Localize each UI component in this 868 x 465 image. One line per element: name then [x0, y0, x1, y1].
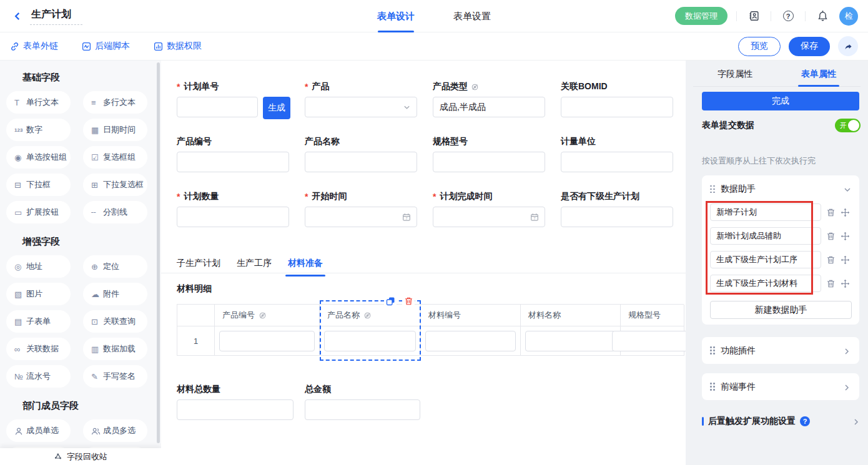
field-pill-subform[interactable]: ▤子表单 — [6, 310, 71, 333]
field-bom-id[interactable]: 关联BOMID — [561, 81, 673, 117]
field-pill-extend-button[interactable]: ▭扩展按钮 — [6, 201, 71, 223]
total-amount-input[interactable] — [305, 399, 420, 420]
cell-spec-model-input[interactable] — [612, 331, 686, 351]
field-product-code[interactable]: 产品编号 — [177, 136, 289, 172]
product-code-input[interactable] — [177, 152, 289, 172]
material-total-qty-input[interactable] — [177, 399, 293, 420]
done-button[interactable]: 完成 — [702, 92, 859, 110]
col-spec-model[interactable]: 规格型号 — [621, 305, 684, 326]
field-plan-no[interactable]: *计划单号 生成 — [177, 81, 289, 117]
field-pill-datetime[interactable]: ▦日期时间 — [83, 119, 147, 141]
copy-column-icon[interactable] — [384, 295, 397, 307]
field-pill-serial-number[interactable]: №流水号 — [6, 365, 71, 388]
field-total-amount[interactable]: 总金额 — [305, 384, 420, 420]
tab-form-design[interactable]: 表单设计 — [377, 0, 415, 32]
field-pill-member-multi[interactable]: 成员多选 — [83, 419, 147, 442]
move-icon[interactable] — [840, 231, 850, 241]
plan-no-input[interactable] — [177, 97, 258, 117]
notification-bell-icon[interactable] — [814, 8, 831, 24]
field-pill-attachment[interactable]: ☁附件 — [83, 283, 147, 305]
field-material-total-qty[interactable]: 材料总数量 — [177, 384, 293, 420]
field-pill-checkbox-group[interactable]: ☑复选框组 — [83, 146, 147, 169]
field-start-time[interactable]: *开始时间 — [305, 191, 417, 227]
backend-script-link[interactable]: 后端脚本 — [82, 41, 130, 52]
field-pill-member-single[interactable]: 成员单选 — [6, 419, 71, 442]
delete-icon[interactable] — [826, 231, 836, 241]
tab-material-preparation[interactable]: 材料准备 — [288, 258, 323, 277]
field-pill-single-line-text[interactable]: T单行文本 — [6, 91, 71, 114]
move-icon[interactable] — [840, 207, 850, 217]
assistant-item-button[interactable]: 生成下级生产计划工序 — [710, 251, 821, 268]
field-pill-multi-line-text[interactable]: ≡多行文本 — [83, 91, 147, 114]
frontend-event-section[interactable]: 前端事件 — [702, 373, 859, 400]
field-has-sub-plan[interactable]: 是否有下级生产计划 — [561, 191, 673, 227]
col-product-code[interactable]: 产品编号 — [215, 305, 320, 326]
data-permission-link[interactable]: 数据权限 — [154, 41, 202, 52]
move-icon[interactable] — [840, 278, 850, 288]
assistant-item-button[interactable]: 生成下级生产计划材料 — [710, 275, 821, 292]
field-unit[interactable]: 计量单位 — [561, 136, 673, 172]
drag-handle-icon[interactable] — [710, 383, 715, 391]
save-button[interactable]: 保存 — [789, 37, 830, 56]
field-product-name[interactable]: 产品名称 — [305, 136, 417, 172]
cell-material-name-input[interactable] — [525, 331, 616, 351]
user-avatar[interactable]: 检 — [839, 7, 858, 26]
tab-sub-production-plan[interactable]: 子生产计划 — [177, 258, 220, 277]
col-material-code[interactable]: 材料编号 — [421, 305, 521, 326]
field-pill-dropdown[interactable]: ⊟下拉框 — [6, 174, 71, 196]
tab-form-settings[interactable]: 表单设置 — [453, 0, 491, 32]
sidebar-scrollbar[interactable] — [157, 62, 160, 443]
function-plugin-section[interactable]: 功能插件 — [702, 337, 859, 364]
delete-icon[interactable] — [826, 207, 836, 217]
unit-input[interactable] — [561, 152, 673, 172]
field-pill-image[interactable]: ▧图片 — [6, 283, 71, 305]
move-icon[interactable] — [840, 255, 850, 265]
contacts-icon[interactable] — [746, 8, 762, 24]
field-finish-time[interactable]: *计划完成时间 — [433, 191, 545, 227]
cell-product-name-input[interactable] — [324, 331, 416, 351]
tab-production-process[interactable]: 生产工序 — [237, 258, 272, 277]
form-external-link[interactable]: 表单外链 — [10, 41, 58, 52]
chevron-down-icon[interactable] — [843, 184, 852, 194]
field-pill-linked-query[interactable]: ⊡关联查询 — [83, 310, 147, 333]
new-data-assistant-button[interactable]: 新建数据助手 — [710, 301, 852, 319]
delete-icon[interactable] — [826, 255, 836, 265]
preview-button[interactable]: 预览 — [738, 37, 781, 56]
assistant-item-button[interactable]: 新增计划成品辅助 — [710, 227, 821, 245]
drag-handle-icon[interactable] — [710, 346, 715, 355]
finish-time-input[interactable] — [433, 207, 545, 227]
question-help-icon[interactable]: ? — [800, 416, 810, 426]
field-product-type[interactable]: 产品类型 成品,半成品 — [433, 81, 545, 117]
share-button[interactable] — [838, 36, 858, 56]
field-pill-location[interactable]: ⊕定位 — [83, 255, 147, 278]
field-spec-model[interactable]: 规格型号 — [433, 136, 545, 172]
col-material-name[interactable]: 材料名称 — [521, 305, 621, 326]
drag-handle-icon[interactable] — [710, 185, 715, 193]
field-pill-linked-data[interactable]: ∞关联数据 — [6, 338, 71, 360]
field-pill-divider[interactable]: ╌分割线 — [83, 201, 147, 223]
plan-qty-input[interactable] — [177, 207, 289, 227]
field-recycle-bin[interactable]: 字段回收站 — [0, 448, 161, 465]
field-pill-dropdown-multi[interactable]: ⊞下拉复选框 — [83, 174, 147, 196]
cell-material-code-input[interactable] — [425, 331, 516, 351]
page-title[interactable]: 生产计划 — [30, 7, 82, 25]
field-product[interactable]: *产品 — [305, 81, 417, 117]
tab-field-properties[interactable]: 字段属性 — [693, 61, 777, 86]
generate-button[interactable]: 生成 — [263, 97, 290, 119]
field-pill-radio-group[interactable]: ◉单选按钮组 — [6, 146, 71, 169]
field-pill-data-load[interactable]: ▥数据加载 — [83, 338, 147, 360]
product-select[interactable] — [305, 97, 417, 117]
delete-column-icon[interactable] — [402, 295, 415, 307]
cell-product-code-input[interactable] — [219, 331, 315, 351]
tab-form-properties[interactable]: 表单属性 — [777, 61, 861, 86]
col-product-name[interactable]: 产品名称 — [320, 305, 421, 326]
back-button[interactable] — [10, 9, 25, 24]
post-trigger-settings[interactable]: 后置触发扩展功能设置 ? — [702, 416, 861, 427]
data-manage-button[interactable]: 数据管理 — [675, 7, 727, 25]
product-type-input[interactable]: 成品,半成品 — [433, 97, 545, 117]
assistant-item-button[interactable]: 新增子计划 — [710, 203, 821, 221]
has-sub-plan-input[interactable] — [561, 207, 673, 227]
spec-model-input[interactable] — [433, 152, 545, 172]
field-pill-address[interactable]: ◎地址 — [6, 255, 71, 278]
bom-id-input[interactable] — [561, 97, 673, 117]
